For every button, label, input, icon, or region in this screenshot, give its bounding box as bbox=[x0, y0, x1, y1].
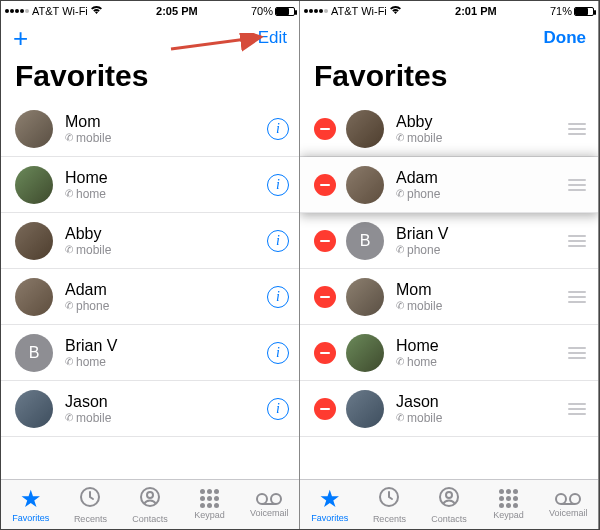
wifi-icon bbox=[90, 5, 103, 17]
info-button[interactable]: i bbox=[267, 342, 289, 364]
drag-handle-icon[interactable] bbox=[566, 287, 588, 307]
contact-type: ✆home bbox=[65, 355, 267, 369]
tab-contacts[interactable]: Contacts bbox=[419, 480, 479, 529]
person-icon bbox=[139, 486, 161, 512]
avatar bbox=[15, 390, 53, 428]
page-title: Favorites bbox=[300, 55, 598, 101]
phone-icon: ✆ bbox=[65, 356, 73, 368]
info-button[interactable]: i bbox=[267, 230, 289, 252]
favorite-row-edit[interactable]: B Brian V ✆phone bbox=[300, 213, 598, 269]
clock-icon bbox=[378, 486, 400, 512]
delete-button[interactable] bbox=[314, 118, 336, 140]
tab-favorites[interactable]: ★Favorites bbox=[1, 480, 61, 529]
contact-name: Abby bbox=[396, 112, 558, 131]
delete-button[interactable] bbox=[314, 286, 336, 308]
contact-name: Brian V bbox=[65, 336, 267, 355]
tab-voicemail[interactable]: Voicemail bbox=[239, 480, 299, 529]
status-bar: AT&T Wi-Fi 2:05 PM 70% bbox=[1, 1, 299, 21]
favorites-list-edit: Abby ✆mobile Adam ✆phone B Brian V ✆phon… bbox=[300, 101, 598, 479]
tab-recents[interactable]: Recents bbox=[61, 480, 121, 529]
contact-type: ✆mobile bbox=[396, 299, 558, 313]
contact-type: ✆mobile bbox=[396, 411, 558, 425]
avatar bbox=[346, 390, 384, 428]
add-favorite-button[interactable]: + bbox=[13, 25, 28, 51]
drag-handle-icon[interactable] bbox=[566, 119, 588, 139]
phone-icon: ✆ bbox=[396, 244, 404, 256]
contact-name: Jason bbox=[65, 392, 267, 411]
favorite-row[interactable]: Mom ✆mobile i bbox=[1, 101, 299, 157]
favorites-list: Mom ✆mobile i Home ✆home i Abby ✆mobile … bbox=[1, 101, 299, 479]
delete-button[interactable] bbox=[314, 342, 336, 364]
contact-type: ✆mobile bbox=[65, 411, 267, 425]
phone-icon: ✆ bbox=[396, 132, 404, 144]
signal-icon bbox=[304, 9, 329, 13]
favorite-row[interactable]: Adam ✆phone i bbox=[1, 269, 299, 325]
drag-handle-icon[interactable] bbox=[566, 399, 588, 419]
drag-handle-icon[interactable] bbox=[566, 343, 588, 363]
edit-button[interactable]: Edit bbox=[258, 28, 287, 48]
favorite-row-edit[interactable]: Adam ✆phone bbox=[300, 157, 598, 213]
favorite-row[interactable]: Abby ✆mobile i bbox=[1, 213, 299, 269]
delete-button[interactable] bbox=[314, 398, 336, 420]
contact-type: ✆phone bbox=[65, 299, 267, 313]
page-title: Favorites bbox=[1, 55, 299, 101]
tab-voicemail[interactable]: Voicemail bbox=[538, 480, 598, 529]
tab-keypad[interactable]: Keypad bbox=[180, 480, 240, 529]
info-button[interactable]: i bbox=[267, 286, 289, 308]
contact-type: ✆mobile bbox=[396, 131, 558, 145]
favorite-row-edit[interactable]: Jason ✆mobile bbox=[300, 381, 598, 437]
status-battery-pct: 71% bbox=[550, 5, 572, 17]
contact-name: Home bbox=[396, 336, 558, 355]
nav-bar: Done bbox=[300, 21, 598, 55]
done-button[interactable]: Done bbox=[544, 28, 587, 48]
tab-keypad[interactable]: Keypad bbox=[479, 480, 539, 529]
delete-button[interactable] bbox=[314, 174, 336, 196]
info-button[interactable]: i bbox=[267, 118, 289, 140]
contact-name: Brian V bbox=[396, 224, 558, 243]
tab-favorites[interactable]: ★Favorites bbox=[300, 480, 360, 529]
tab-bar: ★FavoritesRecentsContactsKeypadVoicemail bbox=[1, 479, 299, 529]
svg-point-11 bbox=[570, 494, 580, 504]
tab-label: Contacts bbox=[132, 514, 168, 524]
tab-label: Voicemail bbox=[549, 508, 588, 518]
contact-type: ✆phone bbox=[396, 187, 558, 201]
voicemail-icon bbox=[555, 492, 581, 506]
contact-type: ✆phone bbox=[396, 243, 558, 257]
tab-contacts[interactable]: Contacts bbox=[120, 480, 180, 529]
contact-name: Jason bbox=[396, 392, 558, 411]
delete-button[interactable] bbox=[314, 230, 336, 252]
contact-type: ✆mobile bbox=[65, 131, 267, 145]
info-button[interactable]: i bbox=[267, 174, 289, 196]
contact-name: Home bbox=[65, 168, 267, 187]
favorite-row-edit[interactable]: Abby ✆mobile bbox=[300, 101, 598, 157]
contact-name: Abby bbox=[65, 224, 267, 243]
tab-recents[interactable]: Recents bbox=[360, 480, 420, 529]
phone-icon: ✆ bbox=[396, 188, 404, 200]
favorite-row[interactable]: Jason ✆mobile i bbox=[1, 381, 299, 437]
favorite-row-edit[interactable]: Mom ✆mobile bbox=[300, 269, 598, 325]
contact-type: ✆mobile bbox=[65, 243, 267, 257]
svg-point-3 bbox=[147, 492, 153, 498]
svg-point-5 bbox=[271, 494, 281, 504]
tab-label: Keypad bbox=[194, 510, 225, 520]
favorite-row[interactable]: Home ✆home i bbox=[1, 157, 299, 213]
person-icon bbox=[438, 486, 460, 512]
tab-label: Favorites bbox=[12, 513, 49, 523]
status-carrier: AT&T Wi-Fi bbox=[32, 5, 88, 17]
avatar bbox=[346, 278, 384, 316]
svg-point-9 bbox=[446, 492, 452, 498]
drag-handle-icon[interactable] bbox=[566, 175, 588, 195]
avatar bbox=[346, 110, 384, 148]
favorite-row[interactable]: B Brian V ✆home i bbox=[1, 325, 299, 381]
tab-label: Voicemail bbox=[250, 508, 289, 518]
info-button[interactable]: i bbox=[267, 398, 289, 420]
phone-right: AT&T Wi-Fi 2:01 PM 71% Done Favorites Ab… bbox=[300, 1, 599, 529]
avatar bbox=[346, 166, 384, 204]
status-time: 2:01 PM bbox=[455, 5, 497, 17]
drag-handle-icon[interactable] bbox=[566, 231, 588, 251]
status-carrier: AT&T Wi-Fi bbox=[331, 5, 387, 17]
keypad-icon bbox=[200, 489, 219, 508]
keypad-icon bbox=[499, 489, 518, 508]
favorite-row-edit[interactable]: Home ✆home bbox=[300, 325, 598, 381]
wifi-icon bbox=[389, 5, 402, 17]
